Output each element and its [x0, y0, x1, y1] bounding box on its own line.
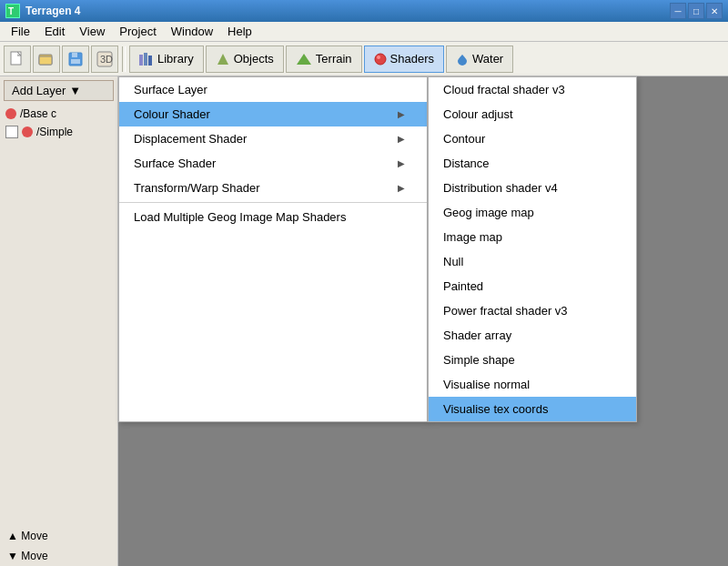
- tab-objects[interactable]: Objects: [206, 45, 284, 73]
- tab-shaders-label: Shaders: [390, 52, 434, 66]
- maximize-button[interactable]: □: [688, 3, 704, 19]
- menu-edit[interactable]: Edit: [37, 22, 72, 41]
- transform-shader-label: Transform/Warp Shader: [134, 181, 259, 195]
- app-icon: T: [5, 4, 20, 18]
- tab-water-label: Water: [472, 52, 503, 66]
- menu-item-surface-layer[interactable]: Surface Layer: [119, 77, 427, 102]
- add-layer-label: Add Layer: [12, 84, 66, 97]
- shader-array-label: Shader array: [443, 328, 511, 342]
- submenu-item-null[interactable]: Null: [429, 249, 636, 274]
- tab-objects-label: Objects: [234, 52, 274, 66]
- menu-item-colour-shader[interactable]: Colour Shader ▶: [119, 102, 427, 126]
- submenu-item-distance[interactable]: Distance: [429, 151, 636, 176]
- contour-label: Contour: [443, 132, 485, 146]
- submenu-item-image-map[interactable]: Image map: [429, 225, 636, 249]
- svg-text:T: T: [8, 6, 14, 16]
- layer-dot-1: [5, 108, 16, 119]
- list-item[interactable]: /Base c: [0, 105, 117, 123]
- submenu-item-power-fractal[interactable]: Power fractal shader v3: [429, 298, 636, 323]
- submenu-item-distribution[interactable]: Distribution shader v4: [429, 176, 636, 200]
- visualise-tex-coords-label: Visualise tex coords: [443, 402, 548, 416]
- submenu-item-simple-shape[interactable]: Simple shape: [429, 348, 636, 372]
- submenu-item-visualise-normal[interactable]: Visualise normal: [429, 372, 636, 397]
- primary-dropdown: Surface Layer Colour Shader ▶ Displaceme…: [118, 76, 428, 422]
- layer-name-2: /Simple: [36, 126, 73, 138]
- submenu-item-geog-image-map[interactable]: Geog image map: [429, 200, 636, 225]
- layer-checkbox-2[interactable]: [5, 126, 18, 138]
- submenu-item-painted[interactable]: Painted: [429, 274, 636, 298]
- power-fractal-label: Power fractal shader v3: [443, 304, 568, 318]
- chevron-right-icon: ▶: [398, 134, 405, 144]
- svg-text:3D: 3D: [100, 54, 113, 65]
- svg-rect-4: [39, 56, 52, 65]
- context-menu: Surface Layer Colour Shader ▶ Displaceme…: [118, 76, 637, 422]
- cloud-fractal-label: Cloud fractal shader v3: [443, 83, 565, 96]
- tab-terrain-label: Terrain: [316, 52, 352, 66]
- menu-item-displacement-shader[interactable]: Displacement Shader ▶: [119, 126, 427, 151]
- add-layer-arrow: ▼: [69, 84, 81, 97]
- menu-separator: [119, 202, 427, 203]
- submenu-item-contour[interactable]: Contour: [429, 126, 636, 151]
- menu-help[interactable]: Help: [220, 22, 259, 41]
- move-down-button[interactable]: ▼ Move: [0, 546, 117, 566]
- tab-water[interactable]: Water: [446, 45, 513, 73]
- chevron-right-icon: ▶: [398, 183, 405, 193]
- displacement-shader-label: Displacement Shader: [134, 132, 247, 146]
- surface-layer-label: Surface Layer: [134, 83, 207, 96]
- distribution-label: Distribution shader v4: [443, 181, 558, 195]
- svg-marker-14: [297, 54, 311, 65]
- svg-rect-7: [71, 59, 80, 64]
- distance-label: Distance: [443, 157, 490, 170]
- chevron-right-icon: ▶: [398, 158, 405, 168]
- submenu-item-colour-adjust[interactable]: Colour adjust: [429, 102, 636, 126]
- menu-item-surface-shader[interactable]: Surface Shader ▶: [119, 151, 427, 176]
- chevron-right-icon: ▶: [398, 109, 405, 119]
- new-button[interactable]: [4, 45, 31, 73]
- menu-window[interactable]: Window: [164, 22, 220, 41]
- menu-bar: File Edit View Project Window Help: [0, 22, 728, 42]
- layer-dot-2: [22, 126, 33, 137]
- svg-point-16: [377, 56, 380, 59]
- menu-view[interactable]: View: [72, 22, 112, 41]
- move-up-button[interactable]: ▲ Move: [0, 526, 117, 546]
- add-layer-button[interactable]: Add Layer ▼: [4, 80, 114, 101]
- menu-item-transform-shader[interactable]: Transform/Warp Shader ▶: [119, 176, 427, 200]
- surface-shader-label: Surface Shader: [134, 157, 216, 170]
- open-button[interactable]: [33, 45, 60, 73]
- undo-button[interactable]: 3D: [91, 45, 118, 73]
- tab-shaders[interactable]: Shaders: [364, 45, 444, 73]
- tab-library[interactable]: Library: [129, 45, 204, 73]
- submenu-colour-shader: Cloud fractal shader v3 Colour adjust Co…: [428, 76, 637, 422]
- visualise-normal-label: Visualise normal: [443, 378, 530, 391]
- svg-rect-10: [139, 55, 143, 66]
- app-title: Terragen 4: [25, 5, 80, 17]
- list-item[interactable]: /Simple: [0, 123, 117, 141]
- submenu-item-visualise-tex-coords[interactable]: Visualise tex coords: [429, 397, 636, 421]
- minimize-button[interactable]: ─: [670, 3, 686, 19]
- layer-name-1: /Base c: [20, 107, 56, 120]
- svg-point-15: [375, 54, 386, 65]
- submenu-item-shader-array[interactable]: Shader array: [429, 323, 636, 348]
- title-bar: T Terragen 4 ─ □ ✕: [0, 0, 728, 22]
- null-label: Null: [443, 255, 463, 268]
- save-button[interactable]: [62, 45, 89, 73]
- tab-terrain[interactable]: Terrain: [286, 45, 362, 73]
- svg-rect-6: [72, 53, 77, 57]
- submenu-item-cloud-fractal[interactable]: Cloud fractal shader v3: [429, 77, 636, 102]
- menu-project[interactable]: Project: [112, 22, 163, 41]
- svg-rect-11: [144, 53, 147, 66]
- menu-item-load-multiple[interactable]: Load Multiple Geog Image Map Shaders: [119, 205, 427, 229]
- colour-shader-label: Colour Shader: [134, 107, 210, 121]
- image-map-label: Image map: [443, 230, 502, 244]
- toolbar-separator-1: [122, 46, 126, 72]
- window-controls[interactable]: ─ □ ✕: [670, 3, 723, 19]
- toolbar: 3D Library Objects Terrain Shaders Water: [0, 42, 728, 76]
- menu-file[interactable]: File: [4, 22, 37, 41]
- close-button[interactable]: ✕: [706, 3, 723, 19]
- painted-label: Painted: [443, 279, 483, 293]
- left-panel: Add Layer ▼ /Base c /Simple ▲ Move ▼ Mov…: [0, 76, 118, 566]
- geog-image-map-label: Geog image map: [443, 206, 534, 219]
- move-up-label: ▲ Move: [7, 530, 48, 542]
- colour-adjust-label: Colour adjust: [443, 107, 513, 121]
- simple-shape-label: Simple shape: [443, 353, 515, 367]
